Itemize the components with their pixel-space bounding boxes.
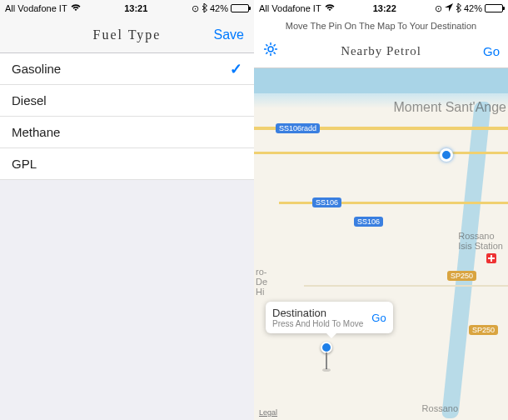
carrier-label: All Vodafone IT [259, 3, 321, 13]
nav-bar: Fuel Type Save [0, 17, 254, 53]
svg-line-6 [274, 52, 276, 54]
bluetooth-icon [456, 3, 461, 14]
svg-line-7 [274, 44, 276, 46]
search-bar: Nearby Petrol Go [254, 35, 508, 68]
route-badge: SP250 [469, 325, 498, 335]
gear-icon[interactable] [262, 41, 279, 62]
clock: 13:21 [81, 3, 192, 13]
destination-pin[interactable] [321, 342, 332, 372]
map-view[interactable]: SS106radd SS106 SS106 SP250 SP250 Moment… [254, 68, 508, 420]
fuel-option-label: Diesel [12, 93, 47, 108]
location-services-icon [445, 3, 453, 13]
status-bar: All Vodafone IT 13:21 ⊙ 42% [0, 0, 254, 17]
legal-link[interactable]: Legal [259, 408, 277, 417]
alarm-icon: ⊙ [192, 3, 199, 14]
fuel-type-list: Gasoline✓DieselMethaneGPL [0, 53, 254, 180]
fuel-option-diesel[interactable]: Diesel [0, 85, 254, 117]
svg-line-8 [266, 52, 267, 54]
go-button[interactable]: Go [483, 44, 500, 58]
city-label: Rossano Isis Station [458, 231, 503, 251]
instruction-text: Move The Pin On The Map To Your Destinat… [254, 17, 508, 35]
battery-percent: 42% [464, 3, 482, 13]
route-badge: SP250 [447, 271, 476, 281]
save-button[interactable]: Save [207, 28, 244, 42]
map-road [304, 285, 508, 287]
fuel-option-gpl[interactable]: GPL [0, 148, 254, 180]
page-title: Fuel Type [47, 28, 207, 42]
bluetooth-icon [202, 3, 207, 14]
checkmark-icon: ✓ [230, 60, 242, 78]
status-bar: All Vodafone IT 13:22 ⊙ 42% [254, 0, 508, 17]
search-title[interactable]: Nearby Petrol [286, 44, 476, 58]
wifi-icon [71, 3, 81, 13]
fuel-option-methane[interactable]: Methane [0, 117, 254, 148]
svg-point-0 [268, 47, 273, 52]
fuel-option-label: Gasoline [12, 62, 61, 76]
svg-line-5 [266, 44, 267, 46]
carrier-label: All Vodafone IT [5, 3, 67, 13]
callout-subtitle: Press And Hold To Move [272, 319, 363, 328]
route-badge: SS106radd [276, 123, 320, 133]
route-badge: SS106 [312, 198, 341, 208]
map-screen: All Vodafone IT 13:22 ⊙ 42% Move The Pin… [254, 0, 508, 420]
city-label: Moment Sant'Ange [393, 100, 506, 115]
city-label: Rossano [422, 403, 458, 413]
hospital-icon [486, 253, 496, 263]
fuel-option-gasoline[interactable]: Gasoline✓ [0, 53, 254, 85]
map-road [254, 152, 508, 154]
clock: 13:22 [335, 3, 435, 13]
battery-percent: 42% [210, 3, 228, 13]
user-location-dot [440, 148, 453, 162]
fuel-option-label: GPL [12, 157, 37, 171]
alarm-icon: ⊙ [435, 3, 442, 14]
battery-icon [485, 4, 503, 12]
city-label: ro- De Hi [256, 267, 267, 297]
route-badge: SS106 [354, 217, 383, 227]
fuel-type-screen: All Vodafone IT 13:21 ⊙ 42% Fuel Type Sa… [0, 0, 254, 420]
fuel-option-label: Methane [12, 125, 60, 139]
callout-go-button[interactable]: Go [371, 312, 386, 324]
destination-callout[interactable]: Destination Press And Hold To Move Go [266, 302, 393, 333]
battery-icon [231, 4, 249, 12]
callout-title: Destination [272, 307, 363, 319]
wifi-icon [325, 3, 335, 13]
